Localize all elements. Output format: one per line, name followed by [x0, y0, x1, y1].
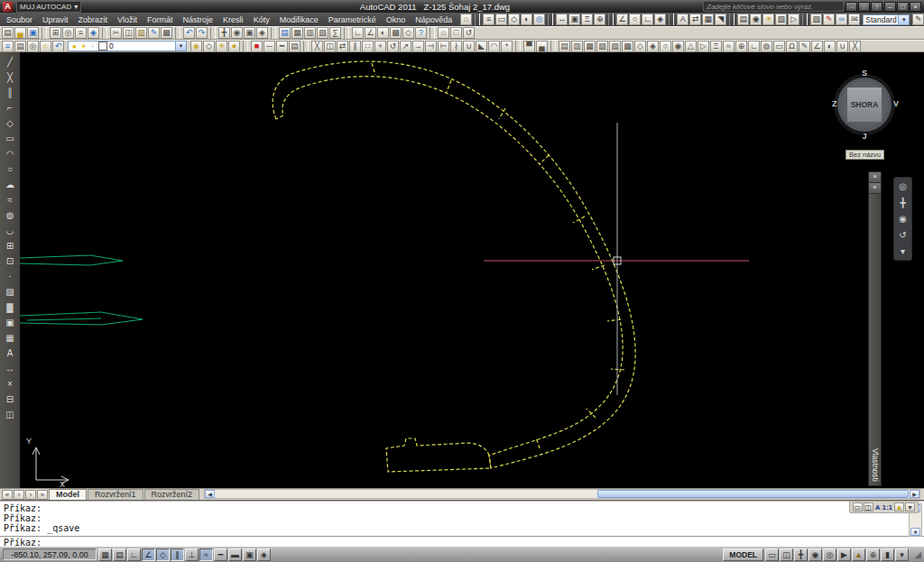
mirror-icon[interactable]: ⇄: [337, 41, 348, 52]
motion-path-icon[interactable]: ▷: [788, 14, 799, 25]
scale-icon[interactable]: ↗: [400, 41, 411, 52]
dim-style-icon[interactable]: ⇄: [689, 14, 701, 25]
markup-set-icon[interactable]: ✎: [823, 14, 835, 25]
region-tool-icon[interactable]: ▣: [2, 316, 18, 329]
blockeditor-icon[interactable]: ▩: [161, 27, 172, 39]
render-icon[interactable]: ◐: [377, 27, 389, 39]
scrollbar-track[interactable]: [215, 490, 910, 498]
sheet-set-icon[interactable]: ▧: [810, 14, 822, 25]
match-style-icon[interactable]: ✎: [912, 14, 924, 25]
tool-icon[interactable]: Ω: [786, 41, 798, 52]
properties-icon[interactable]: ▤: [279, 27, 291, 39]
tool-icon[interactable]: ╳: [849, 41, 861, 52]
menu-item[interactable]: Nástroje: [179, 15, 218, 24]
render-preset-icon[interactable]: ◉: [750, 14, 762, 25]
insert-block-icon[interactable]: ⊞: [2, 239, 18, 253]
style-combo[interactable]: Standard ▾: [863, 14, 910, 25]
ducs-toggle[interactable]: ⊥: [185, 548, 199, 561]
point-tool-icon[interactable]: ·: [2, 270, 18, 283]
mtext-tool-icon[interactable]: A: [2, 346, 18, 360]
zoom-realtime-icon[interactable]: ◉: [231, 27, 243, 39]
3ddwf-icon[interactable]: ◈: [88, 27, 99, 39]
ellipse-arc-tool-icon[interactable]: ◡: [2, 224, 18, 237]
xline-tool-icon[interactable]: ╳: [2, 70, 18, 84]
annotation-scale-label[interactable]: A 1:1: [875, 503, 892, 511]
tool-icon[interactable]: ▷: [698, 41, 709, 52]
layer-lock-icon[interactable]: ●: [228, 41, 240, 52]
layer-off-icon[interactable]: ○: [40, 41, 51, 52]
rotate-icon[interactable]: ↺: [387, 41, 399, 52]
viewcube-east[interactable]: V: [893, 99, 899, 108]
model-space-button[interactable]: MODEL: [723, 548, 763, 561]
palette-title[interactable]: Vlastnosti: [871, 448, 880, 482]
anno-settings-icon[interactable]: ▾: [905, 502, 915, 511]
menu-item[interactable]: Vložit: [113, 15, 142, 24]
spline-tool-icon[interactable]: ≈: [2, 193, 18, 207]
scroll-left-icon[interactable]: ◀: [205, 490, 215, 498]
clean-icon[interactable]: □: [450, 27, 462, 39]
undo-icon[interactable]: ↶: [183, 27, 195, 39]
current-view-label[interactable]: Bez názvu: [845, 150, 884, 160]
join-icon[interactable]: ∪: [463, 41, 475, 52]
tool-icon[interactable]: △: [685, 41, 697, 52]
dist-icon[interactable]: ∠: [616, 14, 628, 25]
publish-icon[interactable]: ≡: [75, 27, 87, 39]
menu-item[interactable]: Zobrazit: [74, 15, 113, 24]
linetype-icon[interactable]: ─: [263, 41, 275, 52]
tool-icon[interactable]: ✎: [799, 41, 810, 52]
anno-autoscale-icon[interactable]: ▲: [894, 502, 904, 511]
showmotion-icon[interactable]: ▶: [837, 548, 851, 561]
viewcube-south[interactable]: J: [830, 132, 899, 141]
menu-item[interactable]: Okno: [382, 15, 411, 24]
ucs-icon[interactable]: ∟: [352, 27, 364, 39]
table-style-icon[interactable]: ▦: [702, 14, 714, 25]
ellipse-tool-icon[interactable]: ◍: [2, 208, 18, 222]
command-window[interactable]: Příkaz:Příkaz:Příkaz: _qsave Příkaz: ▲ ▼: [0, 500, 924, 547]
layer-combo[interactable]: ●☀◦ 0 ▾: [68, 41, 187, 51]
make-block-icon[interactable]: ⊡: [2, 254, 18, 268]
back-icon[interactable]: ▄: [536, 41, 548, 52]
shade-icon[interactable]: ◐: [521, 14, 532, 25]
scrollbar-thumb[interactable]: [597, 490, 909, 498]
menu-item[interactable]: Formát: [143, 15, 178, 24]
prev-tab-button[interactable]: ‹: [14, 490, 24, 500]
dim-tool-icon[interactable]: ↔: [2, 362, 18, 375]
ortho-toggle[interactable]: ∟: [127, 548, 141, 561]
hatch-tool-icon[interactable]: ▨: [2, 285, 18, 299]
layer-walk-icon[interactable]: ◇: [203, 41, 215, 52]
layer-on-status-icon[interactable]: ●: [70, 42, 79, 51]
annotation-scale-icon[interactable]: ▲: [852, 548, 865, 561]
erase-icon[interactable]: ╳: [311, 41, 323, 52]
light-icon[interactable]: ☀: [762, 14, 774, 25]
layer-lock-status-icon[interactable]: ◦: [88, 42, 97, 51]
polar-toggle[interactable]: ∠: [142, 548, 155, 561]
tool-icon[interactable]: ○: [660, 41, 671, 52]
move-icon[interactable]: +: [374, 41, 386, 52]
grid-toggle[interactable]: ▤: [113, 548, 126, 561]
copy2-tool-icon[interactable]: ⊟: [2, 392, 18, 406]
rectangle-tool-icon[interactable]: ▭: [2, 132, 18, 145]
next-tab-button[interactable]: ›: [25, 490, 36, 500]
workspaces-icon[interactable]: ⌂: [460, 14, 472, 25]
viewcube[interactable]: SHORA S V J Z: [830, 70, 899, 139]
orbit-icon[interactable]: ◎: [533, 14, 545, 25]
toolpalettes-icon[interactable]: ▥: [304, 27, 316, 39]
minimize-button[interactable]: –: [884, 2, 896, 12]
array-icon[interactable]: ∷: [362, 41, 374, 52]
tray-arrow-icon[interactable]: ▾: [895, 548, 909, 561]
redo-icon[interactable]: ↷: [196, 27, 208, 39]
lwt-toggle[interactable]: ━: [214, 548, 227, 561]
favorites-button[interactable]: ☆: [858, 2, 870, 12]
autocad-logo-icon[interactable]: A: [3, 2, 13, 12]
offset-icon[interactable]: ∥: [349, 41, 361, 52]
calculator-icon[interactable]: ∑: [329, 27, 341, 39]
close-icon[interactable]: ×: [869, 172, 881, 183]
tool-icon[interactable]: ◇: [634, 41, 646, 52]
viewcube-face[interactable]: SHORA: [847, 88, 882, 122]
mleader-style-icon[interactable]: ◥: [715, 14, 726, 25]
tool-icon[interactable]: ◐: [824, 41, 836, 52]
collapse-icon[interactable]: «: [869, 183, 881, 194]
paste-icon[interactable]: ▥: [135, 27, 147, 39]
horizontal-scrollbar[interactable]: ◀ ▶: [204, 489, 920, 499]
drawing-canvas[interactable]: Y X: [20, 52, 924, 488]
